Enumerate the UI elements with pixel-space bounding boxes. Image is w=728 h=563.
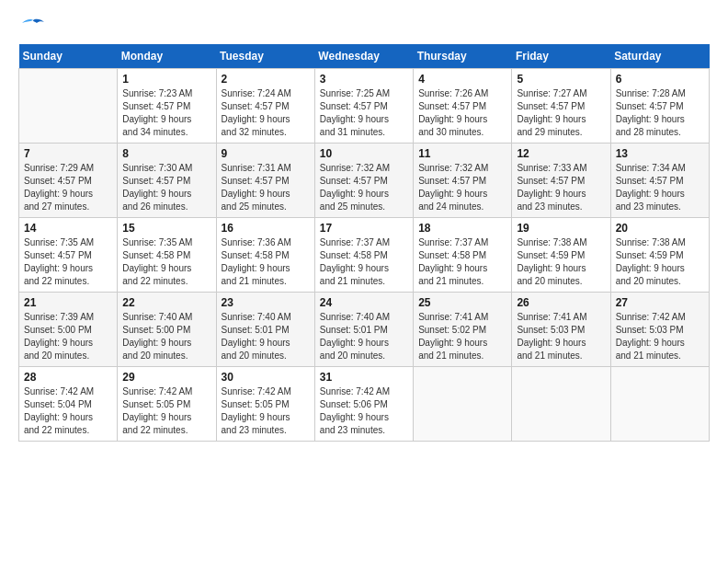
day-number: 28 — [24, 371, 112, 384]
calendar-cell — [610, 367, 709, 442]
day-info: Sunrise: 7:25 AMSunset: 4:57 PMDaylight:… — [320, 87, 408, 139]
calendar-cell: 7Sunrise: 7:29 AMSunset: 4:57 PMDaylight… — [19, 144, 118, 218]
calendar-cell: 14Sunrise: 7:35 AMSunset: 4:57 PMDayligh… — [19, 218, 118, 293]
day-info: Sunrise: 7:29 AMSunset: 4:57 PMDaylight:… — [24, 162, 112, 213]
day-header-saturday: Saturday — [610, 44, 709, 69]
logo — [18, 18, 48, 35]
day-number: 16 — [222, 222, 310, 235]
day-info: Sunrise: 7:30 AMSunset: 4:57 PMDaylight:… — [122, 162, 210, 213]
calendar-cell: 9Sunrise: 7:31 AMSunset: 4:57 PMDaylight… — [216, 144, 314, 218]
day-number: 2 — [222, 73, 310, 86]
calendar-table: SundayMondayTuesdayWednesdayThursdayFrid… — [18, 44, 710, 442]
day-number: 14 — [24, 222, 112, 235]
day-info: Sunrise: 7:42 AMSunset: 5:05 PMDaylight:… — [222, 385, 310, 437]
day-info: Sunrise: 7:42 AMSunset: 5:03 PMDaylight:… — [616, 311, 704, 362]
day-info: Sunrise: 7:38 AMSunset: 4:59 PMDaylight:… — [517, 236, 605, 288]
day-number: 12 — [517, 147, 605, 160]
day-info: Sunrise: 7:24 AMSunset: 4:57 PMDaylight:… — [222, 87, 310, 139]
day-header-sunday: Sunday — [19, 44, 118, 69]
day-number: 18 — [418, 222, 506, 235]
day-number: 27 — [616, 296, 704, 309]
calendar-cell: 6Sunrise: 7:28 AMSunset: 4:57 PMDaylight… — [610, 69, 709, 144]
day-number: 23 — [222, 296, 310, 309]
day-number: 26 — [517, 296, 605, 309]
day-info: Sunrise: 7:41 AMSunset: 5:02 PMDaylight:… — [418, 311, 506, 362]
day-info: Sunrise: 7:42 AMSunset: 5:06 PMDaylight:… — [320, 385, 408, 437]
day-number: 20 — [616, 222, 704, 235]
calendar-week-3: 14Sunrise: 7:35 AMSunset: 4:57 PMDayligh… — [19, 218, 710, 293]
day-info: Sunrise: 7:40 AMSunset: 5:01 PMDaylight:… — [222, 311, 310, 362]
day-info: Sunrise: 7:40 AMSunset: 5:01 PMDaylight:… — [320, 311, 408, 362]
calendar-week-5: 28Sunrise: 7:42 AMSunset: 5:04 PMDayligh… — [19, 367, 710, 442]
day-header-wednesday: Wednesday — [314, 44, 413, 69]
day-info: Sunrise: 7:37 AMSunset: 4:58 PMDaylight:… — [418, 236, 506, 288]
day-number: 22 — [122, 296, 210, 309]
calendar-cell — [512, 367, 610, 442]
day-info: Sunrise: 7:39 AMSunset: 5:00 PMDaylight:… — [24, 311, 112, 362]
day-info: Sunrise: 7:23 AMSunset: 4:57 PMDaylight:… — [122, 87, 210, 139]
day-info: Sunrise: 7:36 AMSunset: 4:58 PMDaylight:… — [222, 236, 310, 288]
calendar-header-row: SundayMondayTuesdayWednesdayThursdayFrid… — [19, 44, 710, 69]
calendar-cell: 23Sunrise: 7:40 AMSunset: 5:01 PMDayligh… — [216, 293, 314, 367]
calendar-cell: 31Sunrise: 7:42 AMSunset: 5:06 PMDayligh… — [314, 367, 413, 442]
calendar-cell: 24Sunrise: 7:40 AMSunset: 5:01 PMDayligh… — [314, 293, 413, 367]
calendar-cell: 20Sunrise: 7:38 AMSunset: 4:59 PMDayligh… — [610, 218, 709, 293]
day-number: 30 — [222, 371, 310, 384]
day-info: Sunrise: 7:37 AMSunset: 4:58 PMDaylight:… — [320, 236, 408, 288]
calendar-cell: 25Sunrise: 7:41 AMSunset: 5:02 PMDayligh… — [414, 293, 512, 367]
day-number: 17 — [320, 222, 408, 235]
day-number: 6 — [616, 73, 704, 86]
calendar-cell: 17Sunrise: 7:37 AMSunset: 4:58 PMDayligh… — [314, 218, 413, 293]
day-number: 7 — [24, 147, 112, 160]
day-number: 13 — [616, 147, 704, 160]
day-header-tuesday: Tuesday — [216, 44, 314, 69]
day-header-thursday: Thursday — [414, 44, 512, 69]
day-info: Sunrise: 7:32 AMSunset: 4:57 PMDaylight:… — [418, 162, 506, 213]
calendar-cell: 10Sunrise: 7:32 AMSunset: 4:57 PMDayligh… — [314, 144, 413, 218]
day-number: 9 — [222, 147, 310, 160]
day-info: Sunrise: 7:34 AMSunset: 4:57 PMDaylight:… — [616, 162, 704, 213]
day-number: 24 — [320, 296, 408, 309]
day-number: 19 — [517, 222, 605, 235]
calendar-cell: 12Sunrise: 7:33 AMSunset: 4:57 PMDayligh… — [512, 144, 610, 218]
day-info: Sunrise: 7:38 AMSunset: 4:59 PMDaylight:… — [616, 236, 704, 288]
calendar-cell: 16Sunrise: 7:36 AMSunset: 4:58 PMDayligh… — [216, 218, 314, 293]
calendar-cell: 13Sunrise: 7:34 AMSunset: 4:57 PMDayligh… — [610, 144, 709, 218]
day-info: Sunrise: 7:26 AMSunset: 4:57 PMDaylight:… — [418, 87, 506, 139]
calendar-cell — [19, 69, 118, 144]
calendar-cell — [414, 367, 512, 442]
day-info: Sunrise: 7:33 AMSunset: 4:57 PMDaylight:… — [517, 162, 605, 213]
calendar-cell: 4Sunrise: 7:26 AMSunset: 4:57 PMDaylight… — [414, 69, 512, 144]
day-number: 10 — [320, 147, 408, 160]
day-header-monday: Monday — [118, 44, 216, 69]
day-info: Sunrise: 7:35 AMSunset: 4:57 PMDaylight:… — [24, 236, 112, 288]
day-number: 1 — [122, 73, 210, 86]
day-header-friday: Friday — [512, 44, 610, 69]
day-info: Sunrise: 7:41 AMSunset: 5:03 PMDaylight:… — [517, 311, 605, 362]
calendar-cell: 5Sunrise: 7:27 AMSunset: 4:57 PMDaylight… — [512, 69, 610, 144]
calendar-cell: 2Sunrise: 7:24 AMSunset: 4:57 PMDaylight… — [216, 69, 314, 144]
calendar-cell: 3Sunrise: 7:25 AMSunset: 4:57 PMDaylight… — [314, 69, 413, 144]
calendar-cell: 21Sunrise: 7:39 AMSunset: 5:00 PMDayligh… — [19, 293, 118, 367]
calendar-cell: 27Sunrise: 7:42 AMSunset: 5:03 PMDayligh… — [610, 293, 709, 367]
day-number: 31 — [320, 371, 408, 384]
day-info: Sunrise: 7:42 AMSunset: 5:04 PMDaylight:… — [24, 385, 112, 437]
calendar-week-4: 21Sunrise: 7:39 AMSunset: 5:00 PMDayligh… — [19, 293, 710, 367]
calendar-cell: 28Sunrise: 7:42 AMSunset: 5:04 PMDayligh… — [19, 367, 118, 442]
day-number: 4 — [418, 73, 506, 86]
calendar-cell: 11Sunrise: 7:32 AMSunset: 4:57 PMDayligh… — [414, 144, 512, 218]
day-number: 3 — [320, 73, 408, 86]
day-number: 15 — [122, 222, 210, 235]
day-info: Sunrise: 7:28 AMSunset: 4:57 PMDaylight:… — [616, 87, 704, 139]
day-number: 21 — [24, 296, 112, 309]
calendar-week-1: 1Sunrise: 7:23 AMSunset: 4:57 PMDaylight… — [19, 69, 710, 144]
day-number: 29 — [122, 371, 210, 384]
calendar-cell: 30Sunrise: 7:42 AMSunset: 5:05 PMDayligh… — [216, 367, 314, 442]
day-info: Sunrise: 7:42 AMSunset: 5:05 PMDaylight:… — [122, 385, 210, 437]
calendar-week-2: 7Sunrise: 7:29 AMSunset: 4:57 PMDaylight… — [19, 144, 710, 218]
day-number: 11 — [418, 147, 506, 160]
calendar-cell: 22Sunrise: 7:40 AMSunset: 5:00 PMDayligh… — [118, 293, 216, 367]
logo-bird-icon — [20, 18, 46, 35]
day-info: Sunrise: 7:35 AMSunset: 4:58 PMDaylight:… — [122, 236, 210, 288]
page-header — [18, 18, 710, 35]
